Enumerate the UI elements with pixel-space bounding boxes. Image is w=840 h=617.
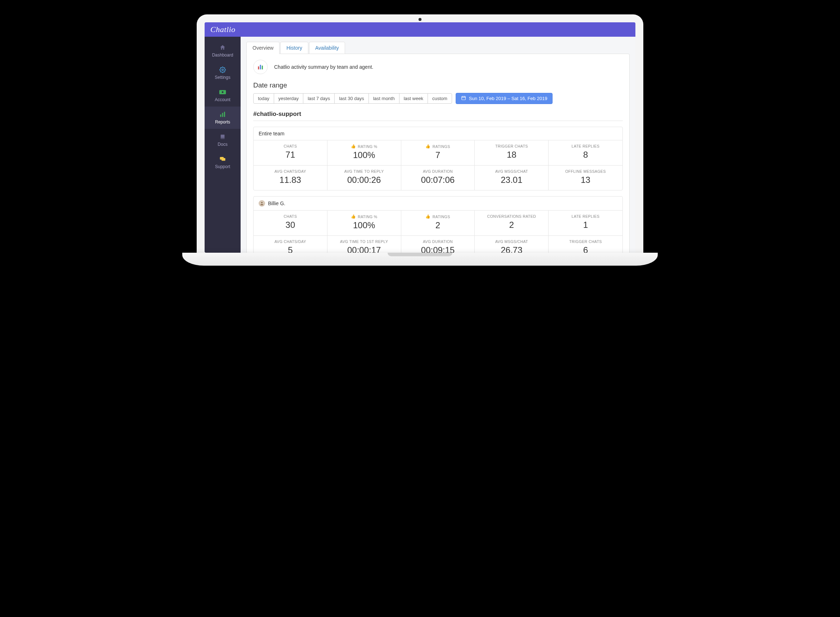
metric-value: 00:00:26 [330,175,398,185]
overview-panel: Chatlio activity summary by team and age… [246,54,630,253]
metric-value: 13 [552,175,620,185]
metric-cell: CHATS 71 [254,140,327,165]
metric-value: 2 [478,220,545,230]
date-range-display[interactable]: Sun 10, Feb 2019 – Sat 16, Feb 2019 [455,93,553,104]
metric-cell: 👍RATING % 100% [327,211,401,235]
metric-value: 8 [552,150,620,160]
metric-cell: AVG CHATS/DAY 11.83 [254,165,327,190]
range-lastmonth[interactable]: last month [368,93,399,104]
date-range-text: Sun 10, Feb 2019 – Sat 16, Feb 2019 [469,96,547,101]
topbar: Chatlio [205,22,635,37]
sidebar-item-account[interactable]: Account [205,84,241,106]
metric-value: 18 [478,150,545,160]
thumbs-up-icon: 👍 [351,214,356,219]
metric-label: AVG MSGS/CHAT [495,239,528,244]
range-last7[interactable]: last 7 days [303,93,335,104]
sidebar-item-dashboard[interactable]: Dashboard [205,40,241,62]
metric-label: RATINGS [433,144,450,149]
metric-value: 30 [256,220,324,230]
range-today[interactable]: today [253,93,274,104]
metric-value: 6 [552,245,620,253]
range-custom[interactable]: custom [427,93,452,104]
tab-history[interactable]: History [280,42,308,54]
cash-icon [219,89,226,96]
metric-label: LATE REPLIES [572,214,600,218]
metric-label: CHATS [284,214,297,218]
agent-metrics-row2: AVG CHATS/DAY 5 AVG TIME TO 1ST REPLY 00… [254,236,623,253]
tabs: Overview History Availability [246,42,630,54]
metric-label: AVG CHATS/DAY [275,169,306,174]
summary-row: Chatlio activity summary by team and age… [253,60,623,74]
summary-text: Chatlio activity summary by team and age… [274,64,373,70]
metric-cell: LATE REPLIES 1 [549,211,623,235]
thumbs-up-icon: 👍 [425,144,430,149]
metric-label: TRIGGER CHATS [569,239,602,244]
metric-label: LATE REPLIES [572,144,600,148]
metric-label: RATING % [358,214,377,219]
metric-value: 11.83 [256,175,324,185]
tab-overview[interactable]: Overview [246,42,280,54]
app-body: Dashboard Settings Account [205,37,635,253]
bar-chart-icon [219,111,226,118]
svg-rect-10 [258,66,259,69]
metric-cell: 👍RATING % 100% [327,140,401,165]
metric-value: 100% [330,150,398,160]
channel-title: #chatlio-support [253,111,623,121]
sidebar-item-label: Support [215,164,230,169]
metric-value: 71 [256,150,324,160]
sidebar-item-docs[interactable]: Docs [205,129,241,151]
metric-cell: TRIGGER CHATS 6 [549,236,623,253]
range-yesterday[interactable]: yesterday [274,93,303,104]
metric-label: CONVERSATIONS RATED [487,214,536,218]
metric-cell: AVG MSGS/CHAT 23.01 [475,165,549,190]
metric-value: 00:07:06 [404,175,472,185]
range-last30[interactable]: last 30 days [334,93,368,104]
metric-cell: AVG TIME TO REPLY 00:00:26 [327,165,401,190]
home-icon [219,44,226,51]
team-card: Entire team CHATS 71 👍RATING % 100% [253,127,623,190]
metric-value: 2 [404,220,472,230]
gear-icon [219,66,226,74]
sidebar-item-settings[interactable]: Settings [205,62,241,84]
metric-value: 00:09:15 [404,245,472,253]
range-lastweek[interactable]: last week [399,93,428,104]
avatar [259,200,265,207]
team-metrics-row1: CHATS 71 👍RATING % 100% 👍RATINGS 7 [254,140,623,165]
metric-value: 26.73 [478,245,545,253]
metric-label: AVG TIME TO REPLY [345,169,384,174]
sidebar-item-support[interactable]: Support [205,151,241,174]
agent-metrics-row1: CHATS 30 👍RATING % 100% 👍RATINGS 2 [254,211,623,236]
thumbs-up-icon: 👍 [425,214,430,219]
metric-label: AVG DURATION [423,169,453,174]
agent-name: Billie G. [268,201,285,206]
metric-value: 23.01 [478,175,545,185]
agent-card: Billie G. CHATS 30 👍RATING % 100% [253,196,623,253]
svg-point-0 [222,69,224,71]
sidebar-item-label: Docs [217,142,227,147]
metric-cell: LATE REPLIES 8 [549,140,623,165]
metric-cell: 👍RATINGS 7 [401,140,475,165]
tab-availability[interactable]: Availability [309,42,345,54]
metric-value: 7 [404,150,472,160]
metric-cell: AVG MSGS/CHAT 26.73 [475,236,549,253]
metric-label: RATINGS [433,214,450,219]
laptop-frame: Chatlio Dashboard Settings [197,15,643,253]
metric-value: 1 [552,220,620,230]
camera-icon [419,18,421,21]
svg-point-17 [261,202,263,204]
book-icon [219,133,226,140]
svg-rect-12 [262,65,263,69]
sidebar: Dashboard Settings Account [205,37,241,253]
brand-logo: Chatlio [210,25,235,34]
team-metrics-row2: AVG CHATS/DAY 11.83 AVG TIME TO REPLY 00… [254,165,623,190]
chat-icon [219,155,226,163]
sidebar-item-reports[interactable]: Reports [205,106,241,129]
laptop-base [182,253,658,266]
svg-rect-4 [222,113,223,117]
metric-cell: CONVERSATIONS RATED 2 [475,211,549,235]
screen: Chatlio Dashboard Settings [205,22,635,253]
metric-label: CHATS [284,144,297,148]
svg-rect-3 [220,114,221,117]
date-range-title: Date range [253,81,623,89]
team-card-title: Entire team [254,127,623,140]
